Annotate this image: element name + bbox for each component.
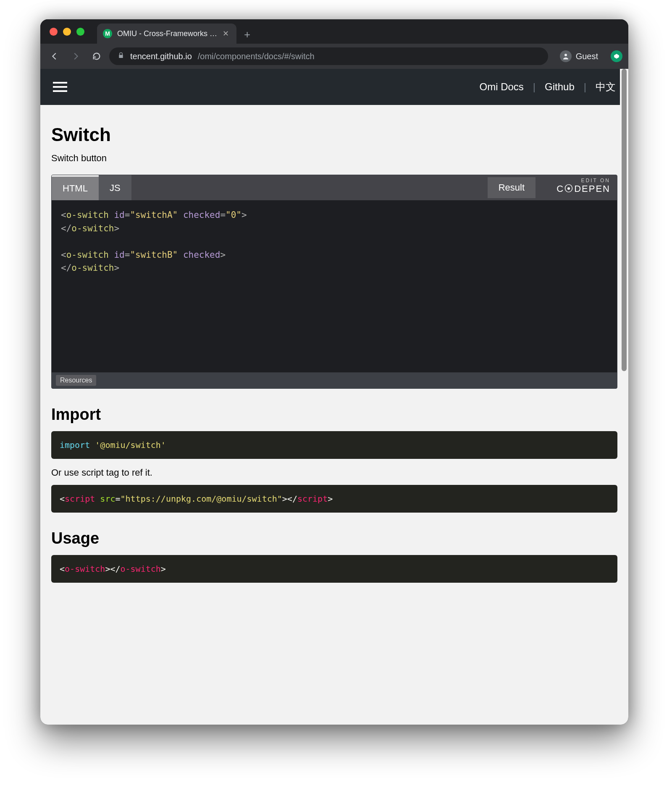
profile-button[interactable]: Guest [552, 50, 601, 62]
close-tab-icon[interactable]: ✕ [223, 29, 229, 38]
menu-button[interactable] [53, 82, 67, 92]
scrollbar[interactable] [620, 69, 628, 492]
header-nav: Omi Docs | Github | 中文 [479, 80, 616, 94]
codepen-logo-icon: C⦿DEPEN [556, 183, 610, 194]
codepen-tab-result[interactable]: Result [488, 177, 536, 198]
nav-divider: | [584, 81, 586, 93]
url-host: tencent.github.io [130, 52, 192, 61]
tab-title: OMIU - Cross-Frameworks UI F [117, 29, 218, 38]
url-path: /omi/components/docs/#/switch [198, 52, 315, 61]
maximize-window-button[interactable] [76, 28, 84, 36]
content: Switch Switch button HTML JS Result EDIT… [40, 105, 628, 600]
svg-point-0 [564, 54, 567, 56]
profile-label: Guest [576, 52, 598, 61]
codepen-tab-html[interactable]: HTML [52, 175, 99, 200]
browser-tab[interactable]: M OMIU - Cross-Frameworks UI F ✕ [97, 24, 236, 44]
arrow-right-icon [71, 52, 80, 61]
new-tab-button[interactable]: + [236, 28, 258, 44]
window-controls [40, 28, 84, 36]
code-script: <script src="https://unpkg.com/@omiu/swi… [51, 485, 617, 513]
page-subtitle: Switch button [51, 153, 617, 164]
section-import-heading: Import [51, 406, 617, 424]
extension-icon[interactable] [611, 50, 622, 62]
section-usage-heading: Usage [51, 529, 617, 547]
address-bar[interactable]: tencent.github.io/omi/components/docs/#/… [109, 47, 548, 65]
titlebar: M OMIU - Cross-Frameworks UI F ✕ + [40, 19, 628, 44]
codepen-code: <o-switch id="switchA" checked="0"> </o-… [52, 200, 617, 372]
reload-button[interactable] [88, 48, 105, 65]
back-button[interactable] [46, 48, 63, 65]
hamburger-icon [53, 82, 67, 84]
import-note: Or use script tag to ref it. [51, 467, 617, 478]
nav-link-github[interactable]: Github [545, 81, 575, 93]
minimize-window-button[interactable] [63, 28, 71, 36]
browser-window: M OMIU - Cross-Frameworks UI F ✕ + [40, 19, 628, 725]
codepen-tabbar: HTML JS Result EDIT ON C⦿DEPEN [52, 175, 617, 200]
nav-divider: | [533, 81, 536, 93]
scrollbar-thumb[interactable] [622, 69, 627, 371]
codepen-edit-link[interactable]: EDIT ON C⦿DEPEN [556, 178, 610, 194]
tab-favicon-icon: M [103, 29, 112, 38]
page: Omi Docs | Github | 中文 Switch Switch but… [40, 69, 628, 725]
code-usage: <o-switch></o-switch> [51, 555, 617, 583]
page-title: Switch [51, 124, 617, 145]
lock-icon [118, 52, 124, 60]
codepen-footer: Resources [52, 372, 617, 388]
codepen-edit-label: EDIT ON [556, 178, 610, 183]
arrow-left-icon [50, 52, 59, 61]
code-import: import '@omiu/switch' [51, 431, 617, 459]
app-header: Omi Docs | Github | 中文 [40, 69, 628, 105]
svg-marker-1 [614, 54, 619, 59]
nav-link-lang[interactable]: 中文 [596, 80, 616, 94]
codepen-resources-button[interactable]: Resources [56, 375, 96, 386]
codepen-tab-js[interactable]: JS [99, 175, 131, 200]
avatar-icon [560, 50, 572, 62]
codepen-embed: HTML JS Result EDIT ON C⦿DEPEN <o-switch… [51, 175, 617, 389]
close-window-button[interactable] [50, 28, 58, 36]
reload-icon [92, 52, 101, 61]
forward-button[interactable] [67, 48, 84, 65]
browser-toolbar: tencent.github.io/omi/components/docs/#/… [40, 44, 628, 69]
nav-link-docs[interactable]: Omi Docs [479, 81, 523, 93]
